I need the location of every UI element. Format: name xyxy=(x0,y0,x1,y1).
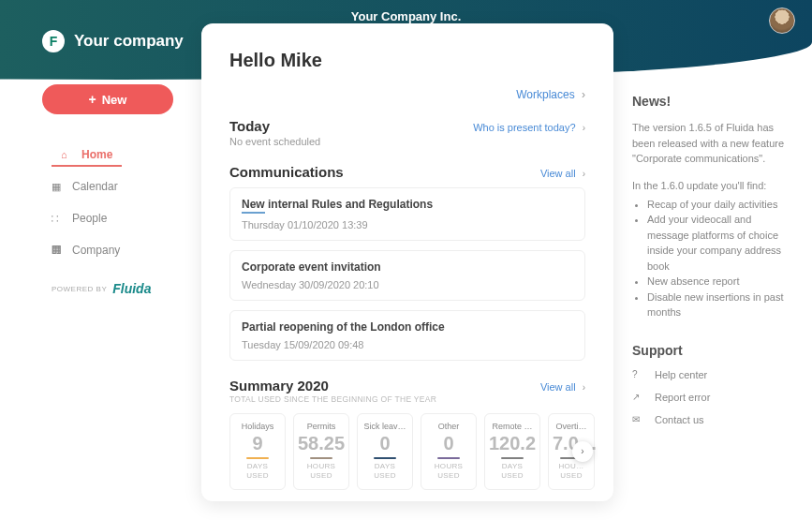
today-title: Today xyxy=(229,118,270,134)
tile-bar xyxy=(501,457,524,459)
communications-view-all[interactable]: View all › xyxy=(540,168,585,179)
new-button[interactable]: + New xyxy=(42,84,173,114)
news-list-item: Disable new insertions in past months xyxy=(647,290,787,320)
support-label: Report error xyxy=(655,392,710,403)
company-title: Your Company Inc. xyxy=(0,9,812,23)
communication-title-text: internal Rules and Regulations xyxy=(268,198,433,211)
chevron-right-icon: › xyxy=(583,123,585,133)
tile-bar xyxy=(374,457,396,459)
calendar-icon: ▦ xyxy=(52,181,65,193)
new-badge: New xyxy=(242,198,265,214)
news-list: Recap of your daily activities Add your … xyxy=(632,197,787,320)
tile-value: 0 xyxy=(425,433,472,454)
powered-by-brand: Fluida xyxy=(112,281,151,296)
summary-tiles: Holidays 9 DAYSUSED Permits 58.25 HOURSU… xyxy=(229,413,585,490)
communications-title: Communications xyxy=(229,164,344,180)
plus-icon: + xyxy=(89,92,96,107)
chevron-right-icon: › xyxy=(583,382,585,393)
summary-view-all[interactable]: View all › xyxy=(540,381,585,393)
communications-list: New internal Rules and Regulations Thurs… xyxy=(229,187,585,361)
communication-item[interactable]: Partial reopening of the London office T… xyxy=(229,310,585,361)
news-list-item: Add your videocall and message platforms… xyxy=(647,212,787,274)
communication-date: Thursday 01/10/2020 13:39 xyxy=(242,219,573,230)
nav-label: Company xyxy=(72,244,120,257)
tile-label: Remote … xyxy=(489,422,536,431)
page-title: Hello Mike xyxy=(229,50,585,71)
support-title: Support xyxy=(632,343,787,358)
nav-item-home[interactable]: ⌂ Home xyxy=(52,142,122,167)
tile-unit: HOU…USED xyxy=(553,462,590,482)
nav-label: Calendar xyxy=(72,180,118,193)
summary-title: Summary 2020 xyxy=(229,378,436,394)
communication-item[interactable]: New internal Rules and Regulations Thurs… xyxy=(229,187,585,241)
summary-tile-other[interactable]: Other 0 HOURSUSED xyxy=(421,413,477,490)
logo[interactable]: Your company xyxy=(42,30,184,52)
summary-tile-sick[interactable]: Sick leav… 0 DAYSUSED xyxy=(357,413,413,490)
communication-title: New internal Rules and Regulations xyxy=(242,198,573,214)
powered-by-label: POWERED BY xyxy=(52,285,107,293)
tile-unit: DAYSUSED xyxy=(489,462,536,482)
nav-item-people[interactable]: ⸬ People xyxy=(42,206,183,230)
tile-unit: HOURSUSED xyxy=(425,462,472,482)
avatar[interactable] xyxy=(769,7,795,34)
support-report-error[interactable]: ↗ Report error xyxy=(632,392,787,403)
communication-date: Tuesday 15/09/2020 09:48 xyxy=(242,339,573,350)
nav: ⌂ Home ▦ Calendar ⸬ People 🏢︎ Company xyxy=(42,142,183,262)
communications-header: Communications View all › xyxy=(229,164,585,180)
contact-icon: ✉ xyxy=(632,414,647,424)
summary-tile-remote[interactable]: Remote … 120.2 DAYSUSED xyxy=(484,413,540,490)
news-title: News! xyxy=(632,94,787,109)
chevron-right-icon: › xyxy=(581,446,583,456)
tile-bar xyxy=(246,457,269,459)
workplaces-link[interactable]: Workplaces › xyxy=(229,88,585,101)
tile-unit: DAYSUSED xyxy=(362,462,408,482)
logo-icon xyxy=(42,30,65,52)
chevron-right-icon: › xyxy=(582,88,585,101)
news-list-item: Recap of your daily activities xyxy=(647,197,787,213)
nav-item-calendar[interactable]: ▦ Calendar xyxy=(42,174,183,199)
workplaces-label: Workplaces xyxy=(516,88,574,101)
nav-label: Home xyxy=(81,148,112,161)
tile-value: 58.25 xyxy=(298,433,345,454)
summary-header: Summary 2020 TOTAL USED SINCE THE BEGINN… xyxy=(229,378,585,404)
communication-title: Partial reopening of the London office xyxy=(242,320,573,334)
tile-label: Permits xyxy=(298,422,345,431)
nav-item-company[interactable]: 🏢︎ Company xyxy=(42,238,183,262)
tile-value: 120.2 xyxy=(489,433,536,454)
summary-tile-holidays[interactable]: Holidays 9 DAYSUSED xyxy=(229,413,286,490)
tile-label: Holidays xyxy=(234,422,281,431)
support-label: Contact us xyxy=(655,414,704,425)
scroll-right-button[interactable]: › xyxy=(572,441,593,462)
who-present-link[interactable]: Who is present today? › xyxy=(473,122,585,133)
company-icon: 🏢︎ xyxy=(52,245,65,256)
today-header: Today Who is present today? › xyxy=(229,118,585,134)
tile-value: 9 xyxy=(234,433,281,454)
chevron-right-icon: › xyxy=(583,169,585,179)
tile-value: 0 xyxy=(362,433,408,454)
right-column: News! The version 1.6.5 of Fluida has be… xyxy=(632,94,787,425)
tile-label: Sick leav… xyxy=(362,422,408,431)
summary-tile-permits[interactable]: Permits 58.25 HOURSUSED xyxy=(293,413,349,490)
tile-unit: DAYSUSED xyxy=(234,462,281,482)
help-icon: ? xyxy=(632,369,647,379)
communication-item[interactable]: Corporate event invitation Wednesday 30/… xyxy=(229,250,585,301)
tile-label: Other xyxy=(425,422,472,431)
support-label: Help center xyxy=(655,369,707,380)
support-contact-us[interactable]: ✉ Contact us xyxy=(632,414,787,425)
logo-text: Your company xyxy=(74,32,184,51)
link-label: View all xyxy=(540,381,576,393)
communication-date: Wednesday 30/09/2020 20:10 xyxy=(242,279,573,290)
people-icon: ⸬ xyxy=(52,213,65,225)
today-empty: No event scheduled xyxy=(229,136,585,147)
news-body: The version 1.6.5 of Fluida has been rel… xyxy=(632,120,787,167)
summary-subtitle: TOTAL USED SINCE THE BEGINNING OF THE YE… xyxy=(229,394,436,404)
link-label: View all xyxy=(540,168,576,179)
tile-bar xyxy=(310,457,332,459)
tile-label: Overti… xyxy=(553,422,590,431)
sidebar: + New ⌂ Home ▦ Calendar ⸬ People 🏢︎ Comp… xyxy=(42,84,183,296)
main-card: Hello Mike Workplaces › Today Who is pre… xyxy=(201,23,613,501)
link-label: Who is present today? xyxy=(473,122,575,133)
home-icon: ⌂ xyxy=(61,149,74,160)
support-help-center[interactable]: ? Help center xyxy=(632,369,787,380)
nav-label: People xyxy=(72,212,107,225)
